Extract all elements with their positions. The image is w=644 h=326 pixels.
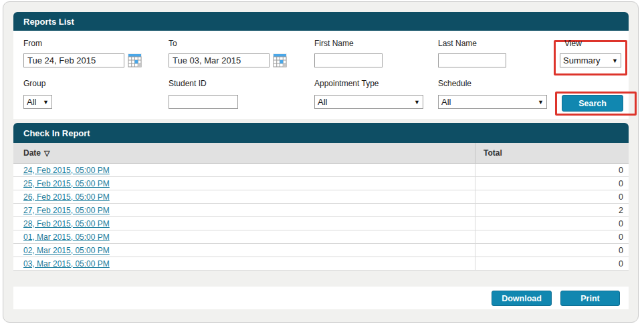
date-link[interactable]: 27, Feb 2015, 05:00 PM	[23, 206, 110, 215]
appointment-type-select[interactable]: All ▼	[314, 95, 423, 109]
total-value: 0	[475, 177, 629, 190]
date-link[interactable]: 28, Feb 2015, 05:00 PM	[23, 219, 110, 228]
view-select-value: Summary	[563, 55, 609, 65]
table-row: 01, Mar 2015, 05:00 PM 0	[13, 230, 629, 244]
group-select[interactable]: All ▼	[23, 95, 52, 109]
to-label: To	[169, 39, 177, 48]
total-value: 2	[475, 204, 629, 216]
appointment-type-select-value: All	[318, 97, 411, 107]
reports-list-title: Reports List	[23, 17, 74, 27]
group-select-value: All	[27, 97, 40, 107]
total-column-header: Total	[475, 143, 629, 163]
check-in-table: 24, Feb 2015, 05:00 PM 0 25, Feb 2015, 0…	[13, 164, 629, 271]
view-label: View	[564, 39, 582, 48]
total-value: 0	[475, 244, 629, 257]
reports-list-header: Reports List	[13, 12, 629, 31]
table-row: 03, Mar 2015, 05:00 PM 0	[13, 257, 629, 271]
chevron-down-icon: ▼	[612, 57, 618, 64]
chevron-down-icon: ▼	[414, 99, 420, 106]
search-button[interactable]: Search	[562, 95, 623, 112]
table-row: 25, Feb 2015, 05:00 PM 0	[13, 177, 629, 190]
student-id-input[interactable]	[169, 95, 238, 109]
date-link[interactable]: 24, Feb 2015, 05:00 PM	[23, 166, 110, 175]
date-link[interactable]: 25, Feb 2015, 05:00 PM	[23, 179, 110, 188]
table-row: 27, Feb 2015, 05:00 PM 2	[13, 204, 629, 217]
check-in-report-title: Check In Report	[23, 128, 90, 138]
total-value: 0	[475, 190, 629, 203]
to-calendar-icon[interactable]	[273, 53, 287, 67]
first-name-label: First Name	[314, 39, 354, 48]
table-row: 24, Feb 2015, 05:00 PM 0	[13, 164, 629, 177]
appointment-type-label: Appointment Type	[314, 79, 379, 88]
schedule-select-value: All	[441, 97, 535, 107]
date-link[interactable]: 01, Mar 2015, 05:00 PM	[23, 232, 110, 242]
table-row: 02, Mar 2015, 05:00 PM 0	[13, 244, 629, 257]
sort-descending-icon[interactable]: ▽	[44, 149, 49, 158]
date-link[interactable]: 26, Feb 2015, 05:00 PM	[23, 192, 110, 202]
schedule-select[interactable]: All ▼	[438, 95, 547, 109]
date-link[interactable]: 02, Mar 2015, 05:00 PM	[23, 246, 110, 255]
group-label: Group	[23, 79, 45, 88]
to-date-input[interactable]	[169, 53, 270, 67]
check-in-report-header: Check In Report	[13, 123, 629, 143]
view-select[interactable]: Summary ▼	[560, 53, 621, 67]
from-calendar-icon[interactable]	[128, 53, 142, 67]
total-value: 0	[475, 257, 629, 270]
last-name-input[interactable]	[438, 53, 506, 67]
table-row: 26, Feb 2015, 05:00 PM 0	[13, 190, 629, 204]
filters-section: From To First Name Last Name View Summar…	[13, 31, 629, 119]
student-id-label: Student ID	[169, 79, 207, 88]
first-name-input[interactable]	[314, 53, 383, 67]
date-column-label: Date	[23, 148, 41, 158]
total-column-label: Total	[484, 148, 502, 158]
total-value: 0	[475, 164, 629, 176]
chevron-down-icon: ▼	[43, 99, 49, 106]
last-name-label: Last Name	[438, 39, 477, 48]
table-header-row: Date ▽ Total	[13, 143, 629, 164]
date-link[interactable]: 03, Mar 2015, 05:00 PM	[23, 259, 110, 269]
footer-bar: Download Print	[13, 287, 629, 309]
schedule-label: Schedule	[438, 79, 471, 88]
date-column-header[interactable]: Date ▽	[13, 143, 475, 163]
chevron-down-icon: ▼	[538, 99, 544, 106]
table-row: 28, Feb 2015, 05:00 PM 0	[13, 217, 629, 230]
print-button[interactable]: Print	[560, 291, 620, 306]
from-date-input[interactable]	[23, 53, 124, 67]
download-button[interactable]: Download	[492, 291, 552, 306]
total-value: 0	[475, 217, 629, 230]
from-label: From	[23, 39, 42, 48]
total-value: 0	[475, 230, 629, 243]
